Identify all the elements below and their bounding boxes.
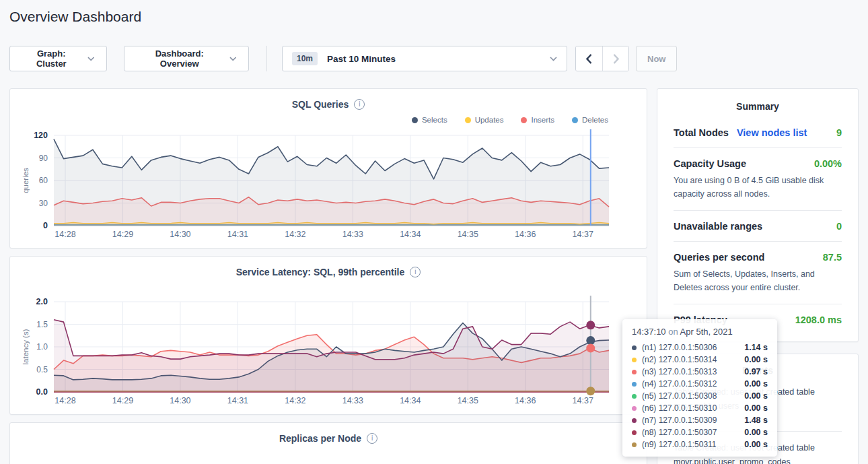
svg-text:0.5: 0.5 (36, 365, 48, 374)
graph-dropdown[interactable]: Graph: Cluster (9, 46, 107, 71)
total-nodes-label: Total Nodes (674, 127, 729, 138)
legend-label: Selects (422, 116, 447, 124)
node-latency-value: 1.14 s (744, 343, 768, 352)
legend-item-selects[interactable]: Selects (412, 114, 447, 125)
legend-label: Updates (475, 116, 504, 124)
info-icon[interactable]: i (410, 267, 421, 277)
sql-queries-title: SQL Queries (292, 99, 349, 110)
svg-text:14:32: 14:32 (285, 396, 305, 405)
node-address: (n8) 127.0.0.1:50307 (642, 428, 717, 437)
tooltip-row: (n2) 127.0.0.1:503140.00 s (632, 354, 768, 366)
svg-text:14:28: 14:28 (55, 396, 75, 405)
chevron-down-icon (229, 57, 237, 61)
svg-text:14:32: 14:32 (285, 230, 305, 239)
chevron-down-icon (550, 57, 557, 61)
divider (266, 46, 267, 71)
node-color-dot (632, 406, 637, 411)
node-latency-value: 1.48 s (744, 416, 768, 425)
node-color-dot (632, 418, 637, 423)
replicas-header: Replicas per Node i (20, 430, 637, 447)
time-range-picker[interactable]: 10m Past 10 Minutes (282, 46, 567, 71)
svg-text:14:37: 14:37 (573, 230, 593, 239)
qps-description: Sum of Selects, Updates, Inserts, and De… (674, 267, 842, 294)
service-latency-chart[interactable]: 14:2814:2914:3014:3114:3214:3314:3414:35… (20, 292, 637, 409)
legend-item-updates[interactable]: Updates (465, 114, 504, 125)
node-latency-value: 0.00 s (744, 403, 768, 413)
svg-text:14:29: 14:29 (112, 230, 133, 239)
tooltip-row: (n5) 127.0.0.1:503080.00 s (632, 390, 768, 402)
svg-text:2.0: 2.0 (36, 297, 48, 306)
replicas-title: Replicas per Node (279, 433, 361, 444)
info-icon[interactable]: i (354, 99, 365, 110)
node-latency-value: 0.00 s (744, 355, 768, 364)
unavailable-ranges-value: 0 (836, 221, 842, 232)
summary-panel: Summary Total Nodes View nodes list 9 Ca… (657, 88, 859, 342)
tooltip-row: (n3) 127.0.0.1:503130.97 s (632, 366, 768, 378)
svg-text:90: 90 (39, 154, 48, 163)
capacity-usage-description: You are using 0 B of 4.5 GiB usable disk… (674, 174, 842, 201)
now-button[interactable]: Now (636, 46, 677, 71)
node-latency-value: 0.00 s (744, 428, 768, 437)
sql-queries-panel: SQL Queries i SelectsUpdatesInsertsDelet… (9, 88, 647, 248)
svg-text:14:28: 14:28 (55, 230, 75, 239)
time-prev-button[interactable] (576, 46, 602, 71)
legend-item-deletes[interactable]: Deletes (572, 114, 608, 125)
service-latency-title: Service Latency: SQL, 99th percentile (236, 267, 405, 277)
node-address: (n1) 127.0.0.1:50306 (642, 343, 717, 352)
svg-text:14:34: 14:34 (400, 396, 421, 405)
svg-text:14:31: 14:31 (227, 230, 248, 239)
tooltip-row: (n1) 127.0.0.1:503061.14 s (632, 341, 768, 354)
svg-text:queries: queries (22, 168, 30, 193)
controls-bar: Graph: Cluster Dashboard: Overview 10m P… (9, 46, 677, 71)
svg-text:14:29: 14:29 (112, 396, 133, 405)
chevron-down-icon (87, 57, 94, 61)
info-icon[interactable]: i (367, 433, 377, 444)
svg-text:30: 30 (39, 199, 48, 208)
summary-row-queries-per-second: Queries per second 87.5 Sum of Selects, … (674, 242, 842, 304)
svg-text:60: 60 (39, 176, 48, 185)
svg-text:1.5: 1.5 (36, 320, 48, 329)
node-latency-value: 0.97 s (744, 367, 768, 376)
tooltip-rows: (n1) 127.0.0.1:503061.14 s(n2) 127.0.0.1… (632, 341, 768, 451)
tooltip-row: (n7) 127.0.0.1:503091.48 s (632, 414, 768, 426)
tooltip-row: (n8) 127.0.0.1:503070.00 s (632, 426, 768, 438)
svg-text:14:35: 14:35 (458, 230, 478, 239)
node-color-dot (632, 430, 637, 435)
service-latency-panel: Service Latency: SQL, 99th percentile i … (9, 256, 647, 415)
legend-label: Deletes (582, 116, 608, 124)
summary-title: Summary (674, 101, 842, 112)
qps-label: Queries per second (674, 252, 764, 263)
node-address: (n4) 127.0.0.1:50312 (642, 379, 717, 389)
node-color-dot (632, 382, 637, 387)
legend-dot (412, 117, 418, 123)
sql-queries-legend: SelectsUpdatesInsertsDeletes (20, 114, 637, 125)
dashboard-dropdown[interactable]: Dashboard: Overview (124, 46, 249, 71)
summary-row-capacity-usage: Capacity Usage 0.00% You are using 0 B o… (674, 148, 842, 211)
sql-queries-header: SQL Queries i (20, 96, 637, 113)
time-next-button[interactable] (602, 46, 628, 71)
chevron-left-icon (586, 54, 592, 64)
svg-text:120: 120 (34, 131, 48, 140)
node-address: (n7) 127.0.0.1:50309 (642, 416, 717, 425)
p99-latency-value: 1208.0 ms (795, 314, 842, 325)
capacity-usage-value: 0.00% (814, 158, 842, 169)
tooltip-timestamp: 14:37:10 on Apr 5th, 2021 (632, 327, 768, 337)
svg-text:latency (s): latency (s) (22, 329, 30, 364)
view-nodes-list-link[interactable]: View nodes list (737, 127, 807, 138)
summary-row-total-nodes: Total Nodes View nodes list 9 (674, 117, 842, 148)
chevron-right-icon (613, 54, 619, 64)
node-address: (n5) 127.0.0.1:50308 (642, 391, 717, 401)
charts-column: SQL Queries i SelectsUpdatesInsertsDelet… (9, 88, 647, 464)
legend-label: Inserts (531, 116, 554, 124)
svg-text:14:37: 14:37 (573, 396, 593, 405)
chart-tooltip: 14:37:10 on Apr 5th, 2021 (n1) 127.0.0.1… (622, 319, 777, 457)
svg-text:0.0: 0.0 (36, 387, 48, 397)
sql-queries-chart[interactable]: 14:2814:2914:3014:3114:3214:3314:3414:35… (20, 125, 637, 242)
service-latency-header: Service Latency: SQL, 99th percentile i (20, 263, 637, 281)
node-address: (n6) 127.0.0.1:50310 (642, 403, 717, 413)
legend-dot (465, 117, 471, 123)
node-color-dot (632, 394, 637, 399)
svg-text:14:34: 14:34 (400, 230, 421, 239)
node-address: (n3) 127.0.0.1:50313 (642, 367, 717, 376)
legend-item-inserts[interactable]: Inserts (521, 114, 554, 125)
